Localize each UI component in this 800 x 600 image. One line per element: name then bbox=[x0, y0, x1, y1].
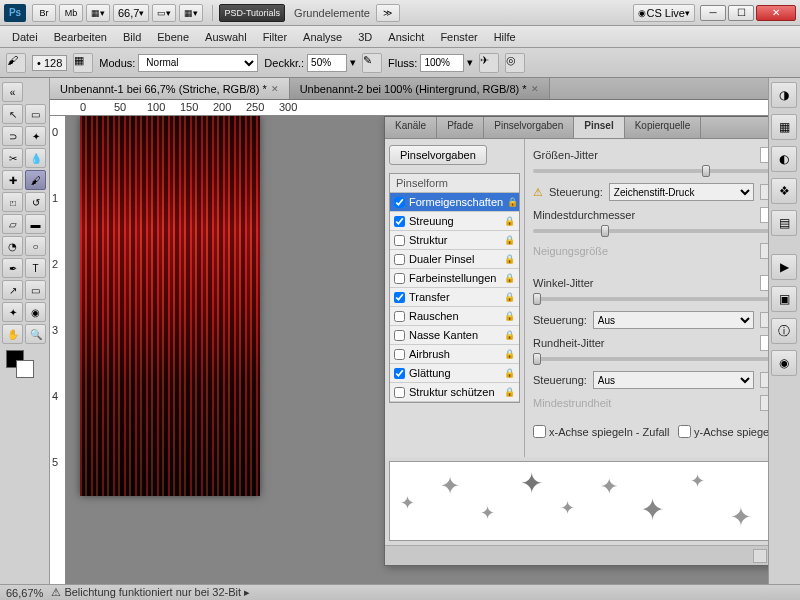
angle-jitter-slider[interactable] bbox=[533, 297, 768, 301]
modus-select[interactable]: Normal bbox=[138, 54, 258, 72]
color-swatches[interactable] bbox=[2, 350, 47, 386]
tab-kopierquelle[interactable]: Kopierquelle bbox=[625, 117, 702, 138]
status-zoom[interactable]: 66,67% bbox=[6, 587, 43, 599]
menu-bild[interactable]: Bild bbox=[115, 28, 149, 46]
lasso-tool[interactable]: ⊃ bbox=[2, 126, 23, 146]
tab-pinsel[interactable]: Pinsel bbox=[574, 117, 624, 138]
menu-filter[interactable]: Filter bbox=[255, 28, 295, 46]
opt-glaettung[interactable]: Glättung🔒 bbox=[390, 364, 519, 383]
canvas[interactable] bbox=[80, 116, 260, 496]
gradient-tool[interactable]: ▬ bbox=[25, 214, 46, 234]
dodge-tool[interactable]: ○ bbox=[25, 236, 46, 256]
navigator-panel-icon[interactable]: ◉ bbox=[771, 350, 797, 376]
zoom-level[interactable]: 66,7 ▾ bbox=[113, 4, 149, 22]
lock-icon[interactable]: 🔒 bbox=[504, 292, 515, 302]
eraser-tool[interactable]: ▱ bbox=[2, 214, 23, 234]
heal-tool[interactable]: ✚ bbox=[2, 170, 23, 190]
eyedropper-tool[interactable]: 💧 bbox=[25, 148, 46, 168]
extras-button[interactable]: ▦▾ bbox=[179, 4, 203, 22]
flow-input[interactable] bbox=[420, 54, 464, 72]
lock-icon[interactable]: 🔒 bbox=[504, 311, 515, 321]
opt-formeigenschaften[interactable]: Formeigenschaften🔒 bbox=[390, 193, 519, 212]
close-icon[interactable]: ✕ bbox=[271, 84, 279, 94]
doc-tab-2[interactable]: Unbenannt-2 bei 100% (Hintergrund, RGB/8… bbox=[290, 78, 550, 99]
flip-x-checkbox[interactable] bbox=[533, 425, 546, 438]
adjustments-panel-icon[interactable]: ◐ bbox=[771, 146, 797, 172]
menu-analyse[interactable]: Analyse bbox=[295, 28, 350, 46]
brush-panel-icon[interactable]: ▦ bbox=[73, 53, 93, 73]
brush-tool[interactable]: 🖌 bbox=[25, 170, 46, 190]
shape-tool[interactable]: ▭ bbox=[25, 280, 46, 300]
actions-panel-icon[interactable]: ▣ bbox=[771, 286, 797, 312]
collapse-icon[interactable]: « bbox=[2, 82, 23, 102]
blur-tool[interactable]: ◔ bbox=[2, 236, 23, 256]
camera-tool[interactable]: ◉ bbox=[25, 302, 46, 322]
screen-mode-button[interactable]: ▦▾ bbox=[86, 4, 110, 22]
size-control-select[interactable]: Zeichenstift-Druck bbox=[609, 183, 754, 201]
menu-fenster[interactable]: Fenster bbox=[432, 28, 485, 46]
toggle-icon[interactable] bbox=[753, 549, 767, 563]
opt-nasse-kanten[interactable]: Nasse Kanten🔒 bbox=[390, 326, 519, 345]
menu-ansicht[interactable]: Ansicht bbox=[380, 28, 432, 46]
layers-panel-icon[interactable]: ❖ bbox=[771, 178, 797, 204]
history-brush-tool[interactable]: ↺ bbox=[25, 192, 46, 212]
wand-tool[interactable]: ✦ bbox=[25, 126, 46, 146]
path-select-tool[interactable]: ↗ bbox=[2, 280, 23, 300]
channels-panel-icon[interactable]: ▤ bbox=[771, 210, 797, 236]
hand-tool[interactable]: ✋ bbox=[2, 324, 23, 344]
brush-size[interactable]: • 128 bbox=[32, 55, 67, 71]
minimize-button[interactable]: ─ bbox=[700, 5, 726, 21]
minibridge-button[interactable]: Mb bbox=[59, 4, 83, 22]
opt-struktur[interactable]: Struktur🔒 bbox=[390, 231, 519, 250]
menu-auswahl[interactable]: Auswahl bbox=[197, 28, 255, 46]
menu-datei[interactable]: Datei bbox=[4, 28, 46, 46]
lock-icon[interactable]: 🔒 bbox=[504, 330, 515, 340]
doc-tab-1[interactable]: Unbenannt-1 bei 66,7% (Striche, RGB/8) *… bbox=[50, 78, 290, 99]
menu-hilfe[interactable]: Hilfe bbox=[486, 28, 524, 46]
swatches-panel-icon[interactable]: ▦ bbox=[771, 114, 797, 140]
angle-jitter-value[interactable]: 0% bbox=[760, 275, 768, 291]
3d-tool[interactable]: ✦ bbox=[2, 302, 23, 322]
lock-icon[interactable]: 🔒 bbox=[507, 197, 518, 207]
workspace-psd-tutorials[interactable]: PSD-Tutorials bbox=[219, 4, 285, 22]
tab-kanaele[interactable]: Kanäle bbox=[385, 117, 437, 138]
background-swatch[interactable] bbox=[16, 360, 34, 378]
opacity-input[interactable] bbox=[307, 54, 347, 72]
close-icon[interactable]: ✕ bbox=[531, 84, 539, 94]
min-diameter-slider[interactable] bbox=[533, 229, 768, 233]
pen-tool[interactable]: ✒ bbox=[2, 258, 23, 278]
roundness-jitter-slider[interactable] bbox=[533, 357, 768, 361]
tab-pfade[interactable]: Pfade bbox=[437, 117, 484, 138]
lock-icon[interactable]: 🔒 bbox=[504, 368, 515, 378]
tab-pinselvorgaben[interactable]: Pinselvorgaben bbox=[484, 117, 574, 138]
lock-icon[interactable]: 🔒 bbox=[504, 216, 515, 226]
flip-y-checkbox[interactable] bbox=[678, 425, 691, 438]
maximize-button[interactable]: ☐ bbox=[728, 5, 754, 21]
opt-streuung[interactable]: Streuung🔒 bbox=[390, 212, 519, 231]
crop-tool[interactable]: ✂ bbox=[2, 148, 23, 168]
airbrush-icon[interactable]: ✈ bbox=[479, 53, 499, 73]
angle-control-select[interactable]: Aus bbox=[593, 311, 754, 329]
more-workspaces[interactable]: ≫ bbox=[376, 4, 400, 22]
menu-ebene[interactable]: Ebene bbox=[149, 28, 197, 46]
pressure-opacity-icon[interactable]: ✎ bbox=[362, 53, 382, 73]
brush-tip-header[interactable]: Pinselform bbox=[390, 174, 519, 193]
min-diameter-value[interactable]: 25% bbox=[760, 207, 768, 223]
marquee-tool[interactable]: ▭ bbox=[25, 104, 46, 124]
opt-rauschen[interactable]: Rauschen🔒 bbox=[390, 307, 519, 326]
opt-dualer-pinsel[interactable]: Dualer Pinsel🔒 bbox=[390, 250, 519, 269]
arrange-button[interactable]: ▭▾ bbox=[152, 4, 176, 22]
brush-presets-button[interactable]: Pinselvorgaben bbox=[389, 145, 487, 165]
size-jitter-slider[interactable] bbox=[533, 169, 768, 173]
type-tool[interactable]: T bbox=[25, 258, 46, 278]
menu-bearbeiten[interactable]: Bearbeiten bbox=[46, 28, 115, 46]
color-panel-icon[interactable]: ◑ bbox=[771, 82, 797, 108]
opt-transfer[interactable]: Transfer🔒 bbox=[390, 288, 519, 307]
lock-icon[interactable]: 🔒 bbox=[504, 273, 515, 283]
size-jitter-value[interactable]: 62% bbox=[760, 147, 768, 163]
zoom-tool[interactable]: 🔍 bbox=[25, 324, 46, 344]
move-tool[interactable]: ↖ bbox=[2, 104, 23, 124]
lock-icon[interactable]: 🔒 bbox=[504, 349, 515, 359]
stamp-tool[interactable]: ⏍ bbox=[2, 192, 23, 212]
opt-airbrush[interactable]: Airbrush🔒 bbox=[390, 345, 519, 364]
